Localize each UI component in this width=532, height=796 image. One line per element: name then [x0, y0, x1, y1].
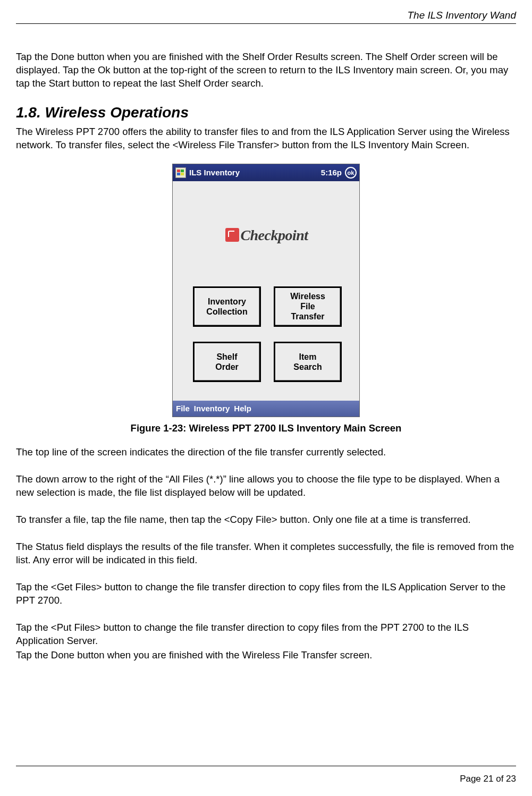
body-p7: Tap the Done button when you are finishe…	[16, 649, 516, 662]
page-footer: Page 21 of 23	[16, 766, 516, 784]
svg-rect-1	[181, 170, 184, 172]
checkpoint-mark-icon	[225, 228, 239, 242]
menu-help[interactable]: Help	[234, 404, 251, 413]
section-intro: The Wireless PPT 2700 offers the ability…	[16, 125, 516, 152]
menu-file[interactable]: File	[176, 404, 190, 413]
button-row-2: Shelf Order Item Search	[193, 342, 342, 382]
body-p4: The Status field displays the results of…	[16, 540, 516, 567]
body-p2: The down arrow to the right of the “All …	[16, 473, 516, 499]
body-p5: Tap the <Get Files> button to change the…	[16, 581, 516, 607]
figure-wrapper: ILS Inventory 5:16p ok Checkpoint Invent…	[16, 164, 516, 417]
logo-text: Checkpoint	[240, 227, 308, 244]
titlebar-time: 5:16p	[321, 168, 342, 177]
intro-paragraph: Tap the Done button when you are finishe…	[16, 50, 516, 90]
body-p1: The top line of the screen indicates the…	[16, 446, 516, 459]
ok-button[interactable]: ok	[345, 167, 357, 179]
section-heading: 1.8. Wireless Operations	[16, 104, 516, 121]
svg-rect-3	[181, 173, 184, 175]
titlebar: ILS Inventory 5:16p ok	[173, 164, 359, 181]
page-number: Page 21 of 23	[460, 774, 516, 784]
menu-inventory[interactable]: Inventory	[194, 404, 230, 413]
svg-rect-0	[177, 170, 180, 172]
inventory-collection-button[interactable]: Inventory Collection	[193, 286, 261, 327]
checkpoint-logo: Checkpoint	[198, 226, 335, 244]
body-p3: To transfer a file, tap the file name, t…	[16, 513, 516, 527]
header-title: The ILS Inventory Wand	[407, 10, 516, 21]
shelf-order-button[interactable]: Shelf Order	[193, 342, 261, 382]
figure-caption: Figure 1-23: Wireless PPT 2700 ILS Inven…	[16, 422, 516, 434]
device-screenshot: ILS Inventory 5:16p ok Checkpoint Invent…	[172, 164, 360, 417]
page-header: The ILS Inventory Wand	[16, 0, 516, 24]
svg-rect-2	[177, 173, 180, 175]
windows-flag-icon	[175, 167, 186, 178]
wireless-file-transfer-button[interactable]: Wireless File Transfer	[274, 286, 342, 327]
menubar: File Inventory Help	[173, 401, 359, 417]
content-area: Checkpoint Inventory Collection Wireless…	[173, 181, 359, 401]
button-row-1: Inventory Collection Wireless File Trans…	[193, 286, 342, 327]
body-p6: Tap the <Put Files> button to change the…	[16, 621, 516, 648]
item-search-button[interactable]: Item Search	[274, 342, 342, 382]
titlebar-title: ILS Inventory	[189, 168, 321, 177]
